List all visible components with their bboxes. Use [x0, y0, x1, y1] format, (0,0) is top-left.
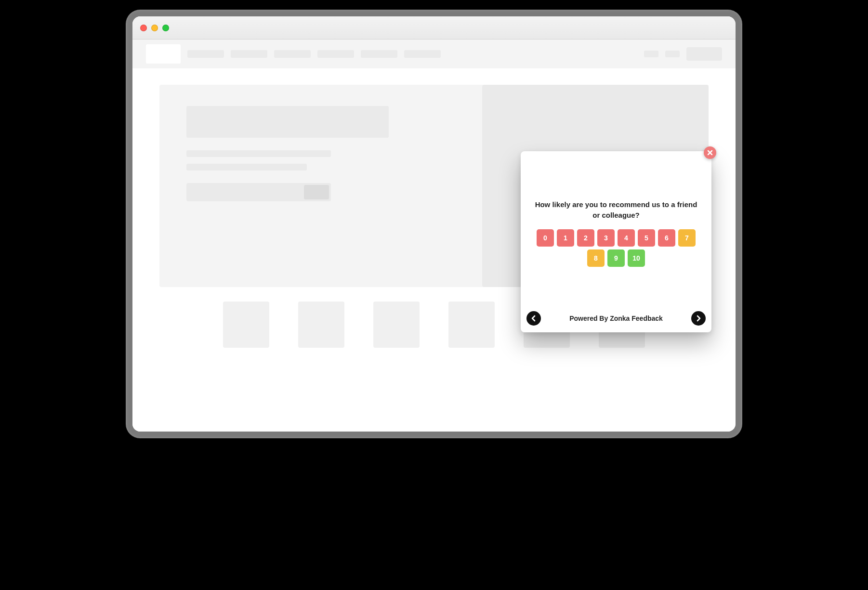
nps-score-8[interactable]: 8: [587, 249, 605, 267]
nps-score-label: 0: [543, 234, 547, 242]
next-button[interactable]: [691, 311, 706, 326]
card-placeholder: [298, 302, 344, 348]
header-button-placeholder: [686, 47, 722, 61]
nps-question-text: How likely are you to recommend us to a …: [534, 199, 698, 221]
nps-score-label: 4: [624, 234, 628, 242]
hero-left: [186, 106, 453, 266]
nps-score-6[interactable]: 6: [658, 229, 675, 247]
nps-score-0[interactable]: 0: [537, 229, 554, 247]
nav-link-placeholder: [231, 50, 267, 58]
card-placeholder: [223, 302, 269, 348]
previous-button[interactable]: [526, 311, 541, 326]
nps-score-label: 1: [564, 234, 567, 242]
nps-popup: How likely are you to recommend us to a …: [521, 151, 711, 332]
nps-score-label: 6: [665, 234, 669, 242]
header-chip-placeholder: [665, 51, 680, 57]
nps-score-2[interactable]: 2: [577, 229, 594, 247]
nps-score-label: 3: [604, 234, 608, 242]
nav-link-placeholder: [317, 50, 354, 58]
nav-link-placeholder: [404, 50, 441, 58]
screen: How likely are you to recommend us to a …: [132, 16, 736, 432]
nps-scale: 012345678910: [534, 229, 698, 267]
window-title-bar: [132, 16, 736, 39]
nps-score-1[interactable]: 1: [557, 229, 574, 247]
chevron-left-icon: [530, 315, 537, 322]
nps-score-9[interactable]: 9: [607, 249, 625, 267]
nps-score-label: 2: [584, 234, 588, 242]
device-frame: How likely are you to recommend us to a …: [126, 10, 742, 438]
nps-footer: Powered By Zonka Feedback: [521, 311, 711, 332]
page-viewport: How likely are you to recommend us to a …: [132, 39, 736, 432]
site-header: [132, 39, 736, 68]
powered-by-label: Powered By Zonka Feedback: [569, 315, 663, 322]
hero-input-placeholder: [186, 183, 331, 201]
card-placeholder: [448, 302, 495, 348]
close-icon: [707, 150, 713, 156]
nav-link-placeholder: [187, 50, 224, 58]
logo-placeholder: [146, 44, 181, 64]
nps-score-label: 5: [644, 234, 648, 242]
nps-score-label: 7: [685, 234, 689, 242]
nav-link-placeholder: [274, 50, 311, 58]
nps-score-3[interactable]: 3: [597, 229, 615, 247]
nps-score-5[interactable]: 5: [638, 229, 655, 247]
header-chip-placeholder: [644, 51, 658, 57]
close-button[interactable]: [704, 146, 716, 159]
chevron-right-icon: [695, 315, 702, 322]
nav-link-placeholder: [361, 50, 397, 58]
window-minimize-icon[interactable]: [151, 25, 158, 31]
card-placeholder: [373, 302, 420, 348]
nps-score-label: 10: [632, 254, 640, 262]
nps-score-4[interactable]: 4: [618, 229, 635, 247]
window-maximize-icon[interactable]: [162, 25, 169, 31]
hero-title-placeholder: [186, 106, 389, 138]
nps-score-7[interactable]: 7: [678, 229, 696, 247]
nps-score-label: 9: [614, 254, 618, 262]
hero-text-placeholder: [186, 164, 307, 170]
nps-score-10[interactable]: 10: [628, 249, 645, 267]
nps-score-label: 8: [594, 254, 598, 262]
window-close-icon[interactable]: [140, 25, 147, 31]
hero-text-placeholder: [186, 150, 331, 157]
